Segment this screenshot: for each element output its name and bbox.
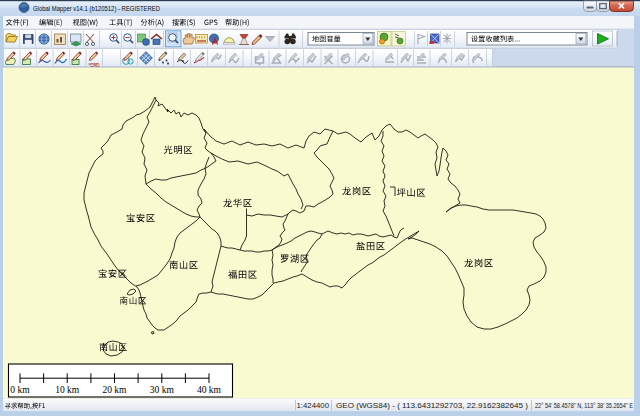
- svg-text:CAD: CAD: [90, 63, 100, 68]
- svg-text:0 km: 0 km: [10, 385, 30, 395]
- svg-text:1:424400: 1:424400: [296, 401, 329, 410]
- svg-text:GEO (WGS84) - ( 113.6431292703: GEO (WGS84) - ( 113.6431292703, 22.91623…: [336, 401, 528, 410]
- svg-text:22° 54' 58.4578" N, 113° 38' 3: 22° 54' 58.4578" N, 113° 38' 35.2654" E: [535, 401, 633, 410]
- svg-text:40 km: 40 km: [197, 385, 222, 395]
- svg-text:30 km: 30 km: [150, 385, 175, 395]
- svg-text:Global Mapper v14.1 (b120512): Global Mapper v14.1 (b120512) - REGISTER…: [33, 4, 160, 13]
- svg-text:20 km: 20 km: [102, 385, 127, 395]
- svg-text:10 km: 10 km: [55, 385, 80, 395]
